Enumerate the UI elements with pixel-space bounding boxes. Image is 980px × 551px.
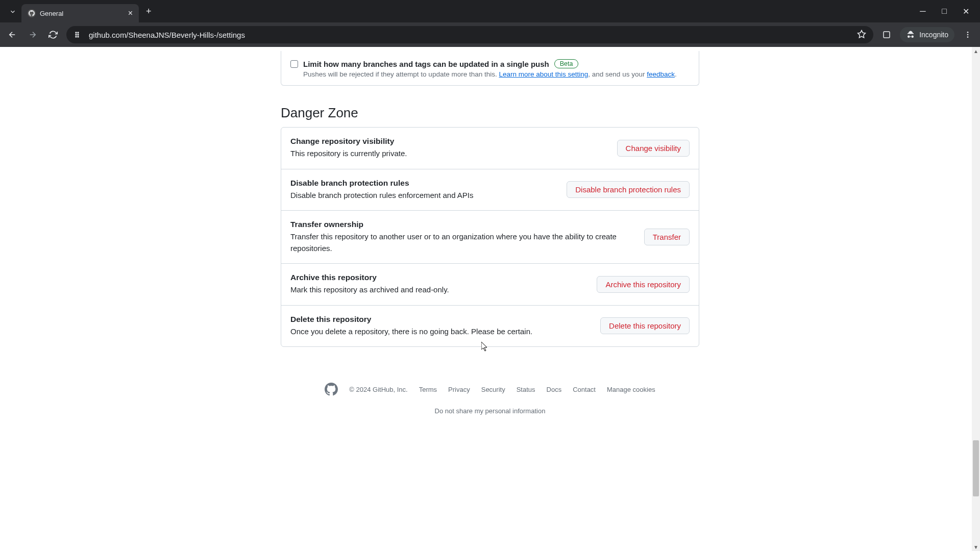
svg-marker-6 <box>858 30 866 37</box>
github-favicon <box>28 9 36 17</box>
svg-point-3 <box>78 34 79 35</box>
delete-repository-button[interactable]: Delete this repository <box>600 317 690 334</box>
archive-repository-button[interactable]: Archive this repository <box>597 276 690 293</box>
feedback-link[interactable]: feedback <box>647 70 675 78</box>
svg-point-0 <box>76 32 77 33</box>
browser-toolbar: github.com/SheenaJNS/Beverly-Hills-/sett… <box>0 22 980 47</box>
footer-link-contact[interactable]: Contact <box>573 386 596 393</box>
footer-link-terms[interactable]: Terms <box>419 386 437 393</box>
incognito-label: Incognito <box>919 31 948 39</box>
danger-item-transfer: Transfer ownership Transfer this reposit… <box>281 210 699 263</box>
footer-link-security[interactable]: Security <box>481 386 505 393</box>
site-info-icon[interactable] <box>74 30 83 39</box>
learn-more-link[interactable]: Learn more about this setting <box>499 70 588 78</box>
danger-item-visibility: Change repository visibility This reposi… <box>281 128 699 169</box>
svg-point-10 <box>967 36 969 38</box>
window-controls: ─ □ ✕ <box>909 7 980 16</box>
transfer-button[interactable]: Transfer <box>644 229 690 245</box>
svg-rect-7 <box>884 32 890 38</box>
beta-badge: Beta <box>554 59 579 68</box>
danger-item-branch-protection: Disable branch protection rules Disable … <box>281 169 699 211</box>
danger-title: Change repository visibility <box>290 137 607 146</box>
incognito-indicator[interactable]: Incognito <box>900 27 954 42</box>
danger-item-delete: Delete this repository Once you delete a… <box>281 305 699 347</box>
scroll-down-icon[interactable]: ▼ <box>972 543 980 551</box>
close-window-button[interactable]: ✕ <box>961 7 971 16</box>
svg-point-4 <box>76 36 77 37</box>
close-tab-icon[interactable]: × <box>128 9 133 17</box>
danger-title: Archive this repository <box>290 273 586 282</box>
bookmark-star-icon[interactable] <box>857 30 866 40</box>
forward-button[interactable] <box>26 28 40 42</box>
footer-link-docs[interactable]: Docs <box>547 386 562 393</box>
footer-link-cookies[interactable]: Manage cookies <box>607 386 655 393</box>
footer-link-privacy[interactable]: Privacy <box>448 386 470 393</box>
danger-desc: Once you delete a repository, there is n… <box>290 326 590 338</box>
address-bar[interactable]: github.com/SheenaJNS/Beverly-Hills-/sett… <box>66 26 873 43</box>
push-limit-label: Limit how many branches and tags can be … <box>303 60 549 68</box>
reload-button[interactable] <box>46 28 60 42</box>
change-visibility-button[interactable]: Change visibility <box>617 140 690 157</box>
browser-tab[interactable]: General × <box>21 4 139 22</box>
danger-title: Disable branch protection rules <box>290 179 556 188</box>
danger-desc: Mark this repository as archived and rea… <box>290 284 586 296</box>
push-limit-description: Pushes will be rejected if they attempt … <box>303 70 690 78</box>
svg-point-1 <box>78 32 79 33</box>
danger-item-archive: Archive this repository Mark this reposi… <box>281 263 699 305</box>
svg-point-9 <box>967 34 969 36</box>
new-tab-button[interactable]: + <box>139 6 159 17</box>
extensions-icon[interactable] <box>879 28 894 42</box>
svg-point-5 <box>78 36 79 37</box>
maximize-button[interactable]: □ <box>939 7 949 16</box>
tab-title: General <box>40 10 63 17</box>
svg-point-8 <box>967 32 969 33</box>
page-footer: © 2024 GitHub, Inc. Terms Privacy Securi… <box>281 383 699 415</box>
disable-branch-protection-button[interactable]: Disable branch protection rules <box>567 181 690 198</box>
danger-zone-box: Change repository visibility This reposi… <box>281 127 699 347</box>
danger-desc: Transfer this repository to another user… <box>290 231 634 254</box>
page-viewport: Limit how many branches and tags can be … <box>0 47 980 551</box>
scroll-thumb[interactable] <box>973 440 979 496</box>
danger-desc: Disable branch protection rules enforcem… <box>290 190 556 202</box>
footer-copyright: © 2024 GitHub, Inc. <box>349 386 407 393</box>
footer-link-do-not-share[interactable]: Do not share my personal information <box>435 407 546 415</box>
browser-menu-icon[interactable] <box>961 28 975 42</box>
danger-desc: This repository is currently private. <box>290 148 607 160</box>
url-text: github.com/SheenaJNS/Beverly-Hills-/sett… <box>89 31 245 39</box>
danger-title: Transfer ownership <box>290 220 634 229</box>
push-limit-checkbox[interactable] <box>290 60 298 68</box>
svg-point-2 <box>76 34 77 35</box>
tab-strip: General × + ─ □ ✕ <box>0 0 980 22</box>
back-button[interactable] <box>5 28 19 42</box>
scroll-up-icon[interactable]: ▲ <box>972 47 980 55</box>
footer-link-status[interactable]: Status <box>517 386 535 393</box>
danger-title: Delete this repository <box>290 315 590 324</box>
minimize-button[interactable]: ─ <box>918 7 928 16</box>
vertical-scrollbar[interactable]: ▲ ▼ <box>972 47 980 551</box>
github-logo-icon <box>325 383 338 396</box>
push-limit-setting: Limit how many branches and tags can be … <box>281 51 699 86</box>
tab-search-button[interactable] <box>4 3 21 20</box>
danger-zone-heading: Danger Zone <box>281 105 699 121</box>
